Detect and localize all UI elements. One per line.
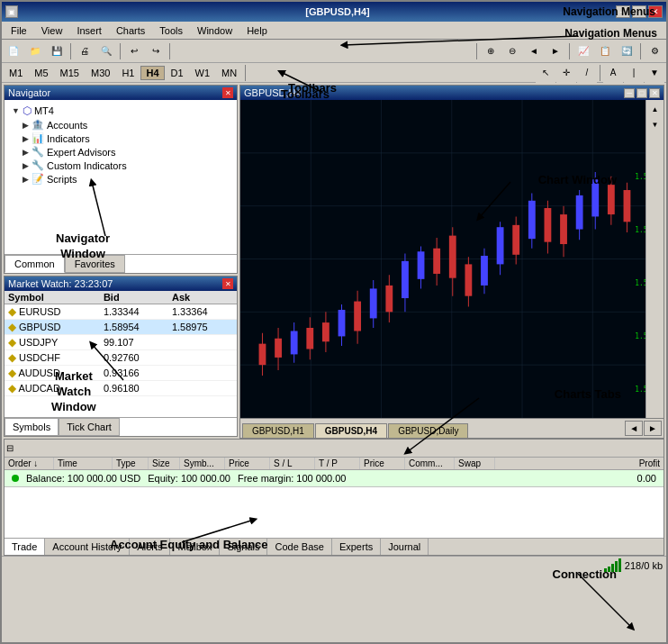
- menu-help[interactable]: Help: [239, 23, 275, 38]
- tf-w1[interactable]: W1: [190, 66, 216, 80]
- text-btn[interactable]: A: [603, 63, 623, 83]
- tf-h1[interactable]: H1: [116, 66, 140, 80]
- sep6: [640, 43, 641, 59]
- undo-btn[interactable]: ↩: [124, 41, 144, 61]
- new-chart-btn[interactable]: 📄: [4, 41, 23, 61]
- menu-charts[interactable]: Charts: [109, 23, 152, 38]
- gbpusd-icon: ◆: [8, 321, 16, 333]
- tab-codebase[interactable]: Code Base: [267, 539, 331, 555]
- nav-tab-favorites[interactable]: Favorites: [65, 255, 125, 273]
- tf-m15[interactable]: M15: [55, 66, 85, 80]
- mw-row-audusd[interactable]: ◆ AUDUSD 0.93166: [5, 366, 237, 381]
- menu-window[interactable]: Window: [190, 23, 239, 38]
- chart-svg: 1.5920 1.5900 1.5880 1.5860 1.5840: [240, 100, 645, 418]
- tab-journal[interactable]: Journal: [381, 539, 429, 555]
- close-button[interactable]: ✕: [648, 5, 663, 18]
- tf-mn[interactable]: MN: [216, 66, 242, 80]
- chart-next-btn[interactable]: ►: [644, 421, 662, 436]
- sep2: [120, 43, 121, 59]
- zoom-in-btn[interactable]: ⊕: [481, 41, 501, 61]
- chart-canvas[interactable]: 1.5920 1.5900 1.5880 1.5860 1.5840: [240, 100, 645, 418]
- nav-item-indicators[interactable]: ▶ 📊 Indicators: [8, 132, 233, 145]
- tf-d1[interactable]: D1: [166, 66, 189, 80]
- line-btn[interactable]: /: [577, 63, 597, 83]
- mw-row-audcad[interactable]: ◆ AUDCAD 0.96180: [5, 381, 237, 396]
- col-tp: T / P: [315, 458, 360, 469]
- maximize-button[interactable]: □: [632, 5, 646, 18]
- nav-tab-common[interactable]: Common: [5, 255, 65, 273]
- svg-rect-28: [385, 286, 393, 312]
- sep5: [569, 43, 570, 59]
- options-btn[interactable]: ⚙: [645, 41, 664, 61]
- open-btn[interactable]: 📁: [25, 41, 45, 61]
- market-watch-close[interactable]: ✕: [222, 278, 233, 289]
- nav-item-scripts[interactable]: ▶ 📝 Scripts: [8, 172, 233, 186]
- chart-right-area: 1.5920 1.5900 1.5880 1.5860 1.5840 ▲ ▼: [240, 100, 663, 418]
- chart-tab-h1[interactable]: GBPUSD,H1: [242, 423, 314, 438]
- tab-alerts[interactable]: Alerts: [130, 539, 170, 555]
- chart-restore-btn[interactable]: □: [636, 88, 647, 98]
- audusd-ask: [168, 366, 237, 381]
- tab-mailbox[interactable]: Mailbox: [170, 539, 220, 555]
- terminal-body: [5, 487, 663, 538]
- save-btn[interactable]: 💾: [47, 41, 67, 61]
- scroll-left-btn[interactable]: ◄: [524, 41, 544, 61]
- menu-insert[interactable]: Insert: [69, 23, 109, 38]
- terminal-icon: ⊟: [6, 443, 14, 453]
- print-preview-btn[interactable]: 🔍: [96, 41, 116, 61]
- tab-trade[interactable]: Trade: [5, 539, 45, 555]
- eurusd-bid: 1.33344: [100, 304, 168, 320]
- minimize-button[interactable]: ─: [616, 5, 630, 18]
- scroll-right-btn[interactable]: ►: [546, 41, 565, 61]
- zoom-out-btn[interactable]: ⊖: [502, 41, 522, 61]
- menu-tools[interactable]: Tools: [152, 23, 190, 38]
- nav-item-experts[interactable]: ▶ 🔧 Expert Advisors: [8, 145, 233, 159]
- refresh-btn[interactable]: 🔄: [617, 41, 636, 61]
- navigator-close[interactable]: ✕: [222, 87, 233, 98]
- tab-experts[interactable]: Experts: [332, 539, 381, 555]
- mw-row-usdchf[interactable]: ◆ USDCHF 0.92760: [5, 350, 237, 366]
- period-sep-btn[interactable]: |: [624, 63, 644, 83]
- tab-signals[interactable]: Signals: [220, 539, 267, 555]
- tf-m30[interactable]: M30: [86, 66, 115, 80]
- chart-tab-h4[interactable]: GBPUSD,H4: [315, 423, 387, 438]
- audcad-ask: [168, 381, 237, 396]
- scroll-up-btn[interactable]: ▲: [648, 102, 663, 116]
- tf-m1[interactable]: M1: [4, 66, 28, 80]
- crosshair-btn[interactable]: ✛: [556, 63, 576, 83]
- main-window: ▣ [GBPUSD,H4] ─ □ ✕ Navigation Menus Fil…: [0, 0, 668, 644]
- nav-item-custom[interactable]: ▶ 🔧 Custom Indicators: [8, 159, 233, 172]
- chart-inner-title: GBPUSD,H4: [244, 87, 302, 98]
- template-btn[interactable]: 📋: [595, 41, 615, 61]
- mw-tab-tick[interactable]: Tick Chart: [59, 418, 120, 436]
- menu-file[interactable]: File: [4, 23, 34, 38]
- tf-m5[interactable]: M5: [29, 66, 53, 80]
- experts-icon: 🔧: [32, 146, 44, 158]
- col-bid: Bid: [100, 291, 168, 304]
- tab-account-history[interactable]: Account History: [45, 539, 130, 555]
- col-ask: Ask: [168, 291, 237, 304]
- print-btn[interactable]: 🖨: [75, 41, 95, 61]
- chart-tab-daily[interactable]: GBPUSD,Daily: [388, 423, 468, 438]
- chart-minimize-btn[interactable]: ─: [624, 88, 635, 98]
- nav-item-mt4[interactable]: ▼ ⬡ MT4: [8, 104, 233, 118]
- mw-row-usdjpy[interactable]: ◆ USDJPY 99.107: [5, 335, 237, 350]
- mw-row-gbpusd[interactable]: ◆ GBPUSD 1.58954 1.58975: [5, 320, 237, 335]
- svg-rect-26: [370, 288, 377, 318]
- bottom-panel: ⊟ Order ↓ Time Type Size Symb... Price S…: [4, 439, 664, 556]
- chart-container: GBPUSD,H4 ─ □ ✕: [239, 85, 664, 439]
- svg-rect-30: [402, 261, 409, 298]
- mw-tab-symbols[interactable]: Symbols: [5, 418, 59, 436]
- tf-h4[interactable]: H4: [140, 66, 164, 80]
- chart-close-btn[interactable]: ✕: [649, 88, 660, 98]
- cursor-btn[interactable]: ↖: [536, 63, 555, 83]
- nav-item-accounts[interactable]: ▶ 🏦 Accounts: [8, 118, 233, 132]
- redo-btn[interactable]: ↪: [146, 41, 166, 61]
- indicator-btn[interactable]: 📈: [573, 41, 593, 61]
- mw-row-eurusd[interactable]: ◆ EURUSD 1.33344 1.33364: [5, 304, 237, 320]
- scroll-down-btn[interactable]: ▼: [648, 117, 663, 132]
- more-tools-btn[interactable]: ▼: [645, 63, 664, 83]
- indicators-expand-icon: ▶: [23, 134, 29, 143]
- chart-prev-btn[interactable]: ◄: [625, 421, 643, 436]
- menu-view[interactable]: View: [34, 23, 70, 38]
